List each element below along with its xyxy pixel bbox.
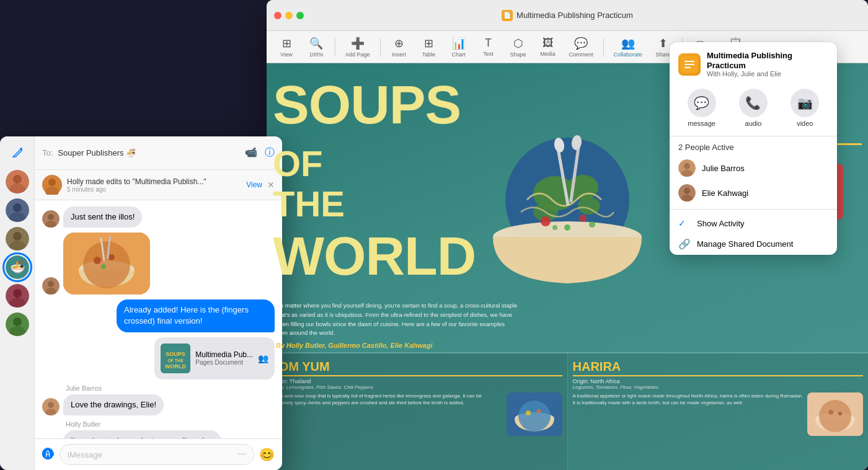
bottom-soups-row: TOM YUM Origin: Thailand Broth, Lemongra… [267, 352, 868, 470]
share-icon: ⬆ [658, 37, 668, 50]
svg-point-4 [578, 197, 600, 215]
message-action-label: message [688, 120, 715, 127]
toolbar-media[interactable]: 🖼 Media [534, 34, 562, 60]
notification-view-button[interactable]: View [246, 180, 262, 189]
svg-point-29 [828, 410, 833, 415]
image-preview [63, 233, 150, 295]
svg-point-12 [564, 224, 570, 231]
message-row-4: I'm going to do one last copy edit and t… [42, 430, 275, 438]
popover-actions: 💬 message 📞 audio 📷 video [670, 84, 837, 136]
notification-avatar [42, 175, 62, 195]
sidebar-contact-1[interactable] [6, 170, 29, 193]
svg-point-53 [13, 289, 22, 298]
header-icons: 📹 ⓘ [245, 146, 275, 159]
shape-icon: ⬡ [513, 37, 523, 50]
svg-point-10 [541, 216, 551, 226]
toolbar-shape[interactable]: ⬡ Shape [505, 34, 532, 60]
toolbar-chart[interactable]: 📊 Chart [445, 34, 472, 60]
pages-app-icon: 📄 [502, 10, 513, 21]
window-title-area: 📄 Multimedia Publishing Practicum [502, 10, 633, 21]
to-label: To: [42, 148, 53, 157]
toolbar-add-page[interactable]: ➕ Add Page [340, 34, 375, 60]
toolbar-separator-2 [380, 38, 381, 56]
sidebar-contact-2[interactable] [6, 198, 29, 222]
popover-header-text: Multimedia Publishing Practicum With Hol… [707, 51, 828, 78]
toolbar-view[interactable]: ⊞ View [273, 34, 300, 60]
popover-subtitle: With Holly, Julie and Elie [707, 70, 828, 78]
emoji-button[interactable]: 😊 [259, 447, 275, 462]
sidebar-contact-active[interactable]: 🍜 [6, 255, 29, 279]
table-icon: ⊞ [424, 37, 433, 50]
popover-app-icon [678, 53, 701, 76]
recipient-name: Souper Publishers 🍜 [58, 148, 240, 157]
svg-rect-33 [684, 64, 694, 65]
notification-time: 5 minutes ago [67, 186, 241, 193]
message-action-button[interactable]: 💬 message [688, 89, 716, 127]
sender-avatar-image [42, 277, 60, 295]
add-page-icon: ➕ [351, 37, 365, 50]
media-icon: 🖼 [542, 37, 554, 50]
message-bubble-4: I'm going to do one last copy edit and t… [63, 430, 221, 438]
svg-point-24 [526, 410, 531, 415]
video-action-button[interactable]: 📷 video [790, 89, 819, 127]
close-button[interactable] [274, 12, 281, 19]
sidebar-contact-3[interactable] [6, 227, 29, 251]
toolbar-table[interactable]: ⊞ Table [415, 34, 443, 60]
compose-button[interactable] [7, 143, 27, 162]
sender-avatar-julie [42, 398, 60, 415]
message-row-image [42, 233, 275, 295]
collaborate-popover: Multimedia Publishing Practicum With Hol… [670, 42, 837, 255]
elie-avatar [678, 184, 696, 202]
show-activity-checkmark: ✓ [678, 218, 691, 228]
svg-point-56 [13, 317, 22, 326]
svg-point-13 [552, 225, 557, 230]
sidebar-contact-5[interactable] [6, 284, 29, 308]
message-input-field[interactable]: iMessage 〰 [60, 444, 254, 465]
toolbar-insert[interactable]: ⊕ Insert [386, 34, 413, 60]
svg-point-25 [537, 409, 541, 413]
insert-icon: ⊕ [394, 37, 404, 50]
toolbar-zoom[interactable]: 🔍 100% [303, 34, 330, 60]
popover-header: Multimedia Publishing Practicum With Hol… [670, 42, 837, 84]
message-group-1: Just sent the illos! [42, 206, 275, 228]
sidebar-contact-6[interactable] [6, 313, 29, 336]
audio-action-button[interactable]: 📞 audio [739, 89, 768, 127]
message-input-area: 🅐 iMessage 〰 😊 [35, 438, 282, 470]
messages-sidebar: 🍜 [0, 136, 35, 470]
svg-point-65 [48, 281, 54, 287]
voice-input-icon: 〰 [237, 450, 246, 459]
show-activity-item[interactable]: ✓ Show Activity [670, 213, 837, 233]
message-feed[interactable]: Just sent the illos! [35, 200, 282, 438]
manage-shared-item[interactable]: 🔗 Manage Shared Document [670, 233, 837, 255]
svg-rect-32 [684, 61, 694, 62]
message-group-shared-doc: SOUPS OF THE WORLD Multimedia Pub... Pag… [42, 337, 275, 379]
shared-doc-name: Multimedia Pub... [195, 350, 253, 359]
toolbar-separator-3 [603, 38, 604, 56]
message-group-image [42, 233, 275, 295]
sender-name-holly: Holly Butler [42, 420, 275, 428]
maximize-button[interactable] [296, 12, 304, 19]
input-placeholder: iMessage [68, 450, 237, 459]
svg-point-45 [13, 203, 22, 212]
video-call-icon[interactable]: 📹 [245, 146, 257, 159]
svg-point-39 [684, 188, 690, 194]
sender-name-julie: Julie Barros [42, 384, 275, 392]
toolbar-comment[interactable]: 💬 Comment [564, 34, 598, 60]
minimize-button[interactable] [285, 12, 293, 19]
manage-shared-label: Manage Shared Document [697, 239, 793, 249]
person-elie: Elie Kahwagi [670, 180, 837, 205]
messages-main: To: Souper Publishers 🍜 📹 ⓘ Holly made e… [35, 136, 282, 470]
person-julie: Julie Barros [670, 156, 837, 180]
view-icon: ⊞ [282, 37, 291, 50]
shared-doc-bubble[interactable]: SOUPS OF THE WORLD Multimedia Pub... Pag… [154, 337, 275, 379]
collaborate-icon: 👥 [621, 37, 635, 50]
toolbar-text[interactable]: T Text [475, 34, 502, 60]
zoom-icon: 🔍 [309, 37, 323, 50]
doc-title-world: WORLD [273, 224, 476, 288]
message-row-shared-doc: SOUPS OF THE WORLD Multimedia Pub... Pag… [42, 337, 275, 379]
app-store-button[interactable]: 🅐 [42, 448, 55, 462]
message-action-icon: 💬 [688, 89, 716, 117]
video-action-label: video [797, 120, 813, 127]
svg-text:OF THE: OF THE [167, 358, 184, 363]
toolbar-collaborate[interactable]: 👥 Collaborate [609, 34, 647, 60]
